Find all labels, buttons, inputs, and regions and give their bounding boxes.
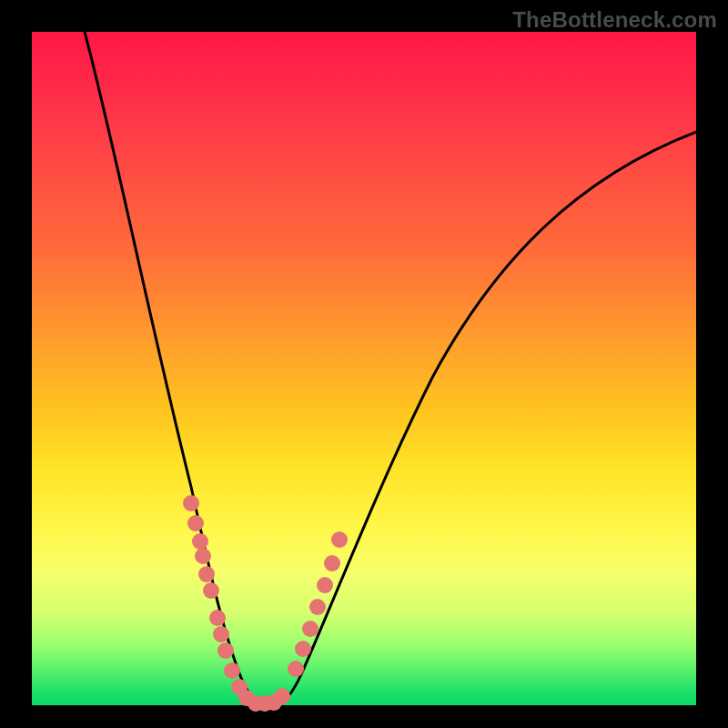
plot-area xyxy=(32,32,696,705)
svg-point-1 xyxy=(187,515,204,531)
chart-frame: TheBottleneck.com xyxy=(0,0,728,728)
svg-point-7 xyxy=(213,626,229,642)
svg-point-19 xyxy=(309,599,326,615)
bottleneck-curve xyxy=(85,32,696,703)
sample-points xyxy=(183,495,348,712)
svg-point-15 xyxy=(274,688,290,704)
svg-point-18 xyxy=(302,621,318,637)
watermark-text: TheBottleneck.com xyxy=(512,7,717,33)
svg-point-21 xyxy=(324,555,340,571)
svg-point-4 xyxy=(198,566,215,582)
svg-point-5 xyxy=(203,582,219,599)
svg-point-6 xyxy=(209,610,226,626)
svg-point-8 xyxy=(217,642,234,659)
svg-point-17 xyxy=(295,641,311,657)
svg-point-20 xyxy=(317,577,333,593)
svg-point-16 xyxy=(288,661,304,677)
chart-svg xyxy=(32,32,696,705)
svg-point-9 xyxy=(224,662,240,679)
svg-point-3 xyxy=(195,548,211,564)
svg-point-22 xyxy=(331,531,348,548)
svg-point-0 xyxy=(183,495,199,511)
svg-point-2 xyxy=(192,533,208,550)
